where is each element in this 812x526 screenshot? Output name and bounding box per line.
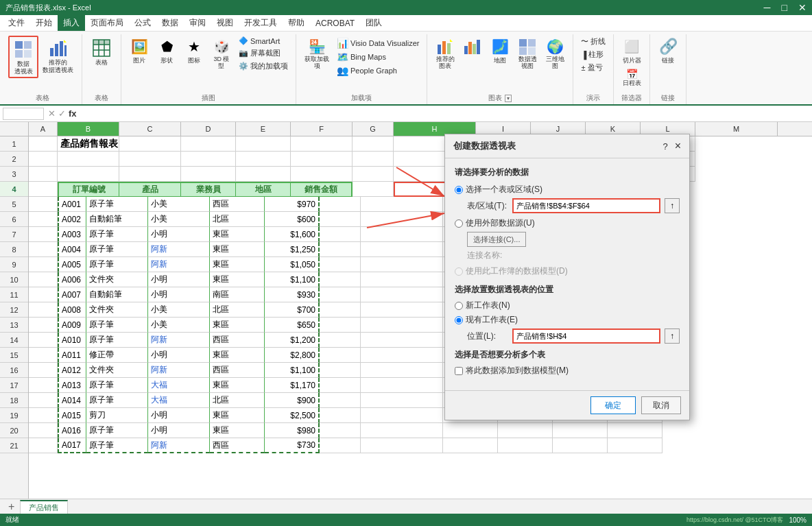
cell-a3[interactable] bbox=[29, 167, 58, 182]
row-header-1[interactable]: 1 bbox=[0, 136, 28, 152]
map-button[interactable]: 🗾 地图 bbox=[488, 36, 512, 67]
row-header-19[interactable]: 19 bbox=[0, 408, 28, 423]
cell-a2[interactable] bbox=[29, 152, 58, 167]
cell-h18[interactable] bbox=[361, 393, 443, 408]
winloss-sparkline-button[interactable]: ±盈亏 bbox=[579, 62, 608, 73]
dialog-table-field-button[interactable]: ↑ bbox=[665, 198, 680, 213]
cell-c3[interactable] bbox=[119, 167, 181, 182]
cell-B15[interactable]: A011 bbox=[58, 348, 86, 363]
cell-F20[interactable]: $980 bbox=[265, 423, 320, 438]
3dmap-button[interactable]: 🌍 三维地图 bbox=[542, 36, 567, 71]
row-header-3[interactable]: 3 bbox=[0, 167, 28, 182]
cell-a10[interactable] bbox=[29, 272, 58, 287]
cell-F11[interactable]: $930 bbox=[265, 287, 320, 302]
menu-item-data[interactable]: 数据 bbox=[156, 15, 184, 31]
cell-C11[interactable]: 自動鉛筆 bbox=[86, 287, 148, 302]
cancel-formula-icon[interactable]: ✕ bbox=[48, 108, 56, 119]
cell-E8[interactable]: 東區 bbox=[210, 242, 265, 257]
cell-F5[interactable]: $970 bbox=[265, 197, 320, 212]
cell-g20[interactable] bbox=[320, 423, 361, 438]
cell-D21[interactable]: 阿新 bbox=[148, 438, 210, 453]
cell-g13[interactable] bbox=[320, 318, 361, 333]
cell-B13[interactable]: A009 bbox=[58, 318, 86, 333]
cell-I21[interactable] bbox=[443, 438, 498, 453]
row-header-8[interactable]: 8 bbox=[0, 242, 28, 257]
cell-h16[interactable] bbox=[361, 363, 443, 378]
myaddin-button[interactable]: ⚙️我的加载项 bbox=[237, 60, 290, 72]
menu-item-review[interactable]: 审阅 bbox=[184, 15, 211, 31]
cell-K21[interactable] bbox=[553, 438, 608, 453]
cell-D13[interactable]: 小美 bbox=[148, 318, 210, 333]
col-header-f[interactable]: F bbox=[291, 122, 353, 136]
cell-d4[interactable]: 業務員 bbox=[181, 182, 236, 197]
cell-E19[interactable]: 東區 bbox=[210, 408, 265, 423]
link-button[interactable]: 🔗 链接 bbox=[656, 36, 680, 67]
table-button[interactable]: 表格 bbox=[88, 36, 115, 68]
menu-item-home[interactable]: 开始 bbox=[30, 15, 58, 31]
datapivot-button[interactable]: 数据透视图 bbox=[515, 36, 540, 71]
row-header-11[interactable]: 11 bbox=[0, 287, 28, 302]
confirm-formula-icon[interactable]: ✓ bbox=[58, 108, 66, 119]
cell-g14[interactable] bbox=[320, 333, 361, 348]
menu-item-view[interactable]: 视图 bbox=[211, 15, 239, 31]
cell-a6[interactable] bbox=[29, 212, 58, 227]
images-button[interactable]: 🖼️ 图片 bbox=[127, 36, 152, 67]
cell-F8[interactable]: $1,250 bbox=[265, 242, 320, 257]
cell-F9[interactable]: $1,050 bbox=[265, 257, 320, 272]
cell-D20[interactable]: 小明 bbox=[148, 423, 210, 438]
row-header-18[interactable]: 18 bbox=[0, 393, 28, 408]
cell-a7[interactable] bbox=[29, 227, 58, 242]
cell-a19[interactable] bbox=[29, 408, 58, 423]
menu-item-formula[interactable]: 公式 bbox=[129, 15, 156, 31]
cell-g18[interactable] bbox=[320, 393, 361, 408]
cell-L20[interactable] bbox=[608, 423, 662, 438]
cell-F6[interactable]: $600 bbox=[265, 212, 320, 227]
cell-C9[interactable]: 原子筆 bbox=[86, 257, 148, 272]
cell-L21[interactable] bbox=[608, 438, 662, 453]
cell-f2[interactable] bbox=[291, 152, 353, 167]
cell-B5[interactable]: A001 bbox=[58, 197, 86, 212]
cell-E6[interactable]: 北區 bbox=[210, 212, 265, 227]
cell-C5[interactable]: 原子筆 bbox=[86, 197, 148, 212]
cell-B10[interactable]: A006 bbox=[58, 272, 86, 287]
cell-E17[interactable]: 東區 bbox=[210, 378, 265, 393]
menu-item-insert[interactable]: 插入 bbox=[58, 15, 85, 31]
menu-item-pagelayout[interactable]: 页面布局 bbox=[85, 15, 129, 31]
cell-F15[interactable]: $2,800 bbox=[265, 348, 320, 363]
cell-g3[interactable] bbox=[353, 167, 394, 182]
cell-B14[interactable]: A010 bbox=[58, 333, 86, 348]
col-header-a[interactable]: A bbox=[29, 122, 58, 136]
cell-h14[interactable] bbox=[361, 333, 443, 348]
cell-h17[interactable] bbox=[361, 378, 443, 393]
peoplegraph-button[interactable]: 👥People Graph bbox=[335, 64, 421, 77]
cell-a20[interactable] bbox=[29, 423, 58, 438]
cell-D17[interactable]: 大福 bbox=[148, 378, 210, 393]
cell-g12[interactable] bbox=[320, 302, 361, 318]
dialog-radio-datamodel[interactable] bbox=[455, 267, 463, 276]
cell-C19[interactable]: 剪刀 bbox=[86, 408, 148, 423]
cell-B7[interactable]: A003 bbox=[58, 227, 86, 242]
cell-F18[interactable]: $900 bbox=[265, 393, 320, 408]
row-header-13[interactable]: 13 bbox=[0, 318, 28, 333]
cell-F13[interactable]: $650 bbox=[265, 318, 320, 333]
cell-C18[interactable]: 原子筆 bbox=[86, 393, 148, 408]
row-header-14[interactable]: 14 bbox=[0, 333, 28, 348]
cell-C12[interactable]: 文件夾 bbox=[86, 302, 148, 318]
cell-h11[interactable] bbox=[361, 287, 443, 302]
cell-C21[interactable]: 原子筆 bbox=[86, 438, 148, 453]
col-chart-button[interactable] bbox=[460, 36, 485, 58]
dialog-loc-field-input[interactable]: 产品销售!$H$4 bbox=[512, 328, 660, 344]
cell-E20[interactable]: 東區 bbox=[210, 423, 265, 438]
cell-g11[interactable] bbox=[320, 287, 361, 302]
cell-I20[interactable] bbox=[443, 423, 498, 438]
cell-f3[interactable] bbox=[291, 167, 353, 182]
cell-e1[interactable] bbox=[236, 136, 291, 152]
cell-D12[interactable]: 小美 bbox=[148, 302, 210, 318]
col-header-m[interactable]: M bbox=[695, 122, 778, 136]
row-header-2[interactable]: 2 bbox=[0, 152, 28, 167]
dialog-radio-newsheet[interactable] bbox=[455, 302, 463, 310]
cell-c4[interactable]: 產品 bbox=[119, 182, 181, 197]
cell-a1[interactable] bbox=[29, 136, 58, 152]
dialog-radio-select-table[interactable] bbox=[455, 186, 463, 194]
cell-g21[interactable] bbox=[320, 438, 361, 453]
